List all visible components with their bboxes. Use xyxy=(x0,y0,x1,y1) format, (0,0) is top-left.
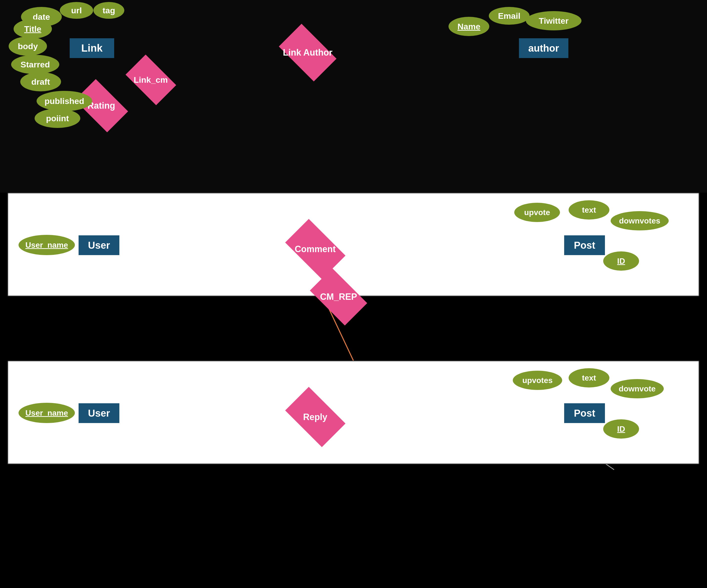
reply-relationship: Reply xyxy=(285,398,345,436)
upvotes2-attribute: upvotes xyxy=(513,371,562,390)
title-attribute: Title xyxy=(13,19,52,39)
link-cm-relationship: Link_cm xyxy=(126,64,175,96)
downvotes1-attribute: downvotes xyxy=(611,211,669,230)
username1-attribute: User_name xyxy=(19,235,75,255)
name-attribute: Name xyxy=(448,17,489,36)
link-entity: Link xyxy=(70,38,114,58)
username2-attribute: User_name xyxy=(19,403,75,423)
section-2-diagram: User Post Reply User_name upvotes text d… xyxy=(7,361,699,464)
tag-attribute: tag xyxy=(93,2,124,19)
cm-rep-relationship: CM_REP xyxy=(310,279,367,315)
text2-attribute: text xyxy=(569,368,609,388)
url-attribute: url xyxy=(60,2,93,19)
published-attribute: published xyxy=(37,91,92,111)
downvote2-attribute: downvote xyxy=(611,379,664,398)
id1-attribute: ID xyxy=(603,251,639,271)
id2-attribute: ID xyxy=(603,419,639,439)
post1-entity: Post xyxy=(564,235,605,255)
comment-relationship: Comment xyxy=(285,230,345,268)
author-entity: author xyxy=(519,38,568,58)
text1-attribute: text xyxy=(569,200,609,220)
upvote1-attribute: upvote xyxy=(514,203,560,222)
starred-attribute: Starred xyxy=(11,55,59,74)
body-attribute: body xyxy=(9,37,47,56)
draft-attribute: draft xyxy=(20,72,61,91)
twitter-attribute: Tiwitter xyxy=(526,11,581,30)
user2-entity: User xyxy=(78,403,120,423)
poiint-attribute: poiint xyxy=(35,109,80,128)
user1-entity: User xyxy=(78,235,120,255)
top-section: Link author Link Author Rating Link_cm d… xyxy=(0,0,707,193)
email-attribute: Email xyxy=(489,7,530,25)
post2-entity: Post xyxy=(564,403,605,423)
link-author-relationship: Link Author xyxy=(279,35,336,70)
